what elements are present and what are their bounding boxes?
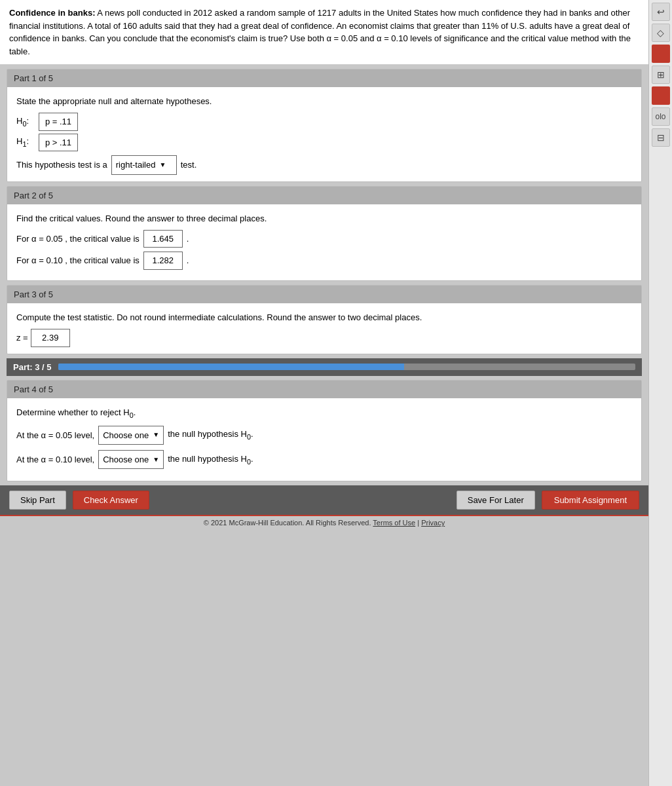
- dropdown-arrow1-icon: ▼: [153, 429, 159, 441]
- copyright-text: © 2021 McGraw-Hill Education. All Rights…: [204, 519, 371, 527]
- alpha2-suffix: .: [187, 253, 189, 268]
- part1-header: Part 1 of 5: [7, 69, 641, 87]
- save-for-later-button[interactable]: Save For Later: [457, 491, 535, 510]
- part4-alpha2-suffix: the null hypothesis H0.: [168, 451, 253, 468]
- test-type-dropdown[interactable]: right-tailed ▼: [111, 155, 177, 174]
- alpha2-value[interactable]: 1.282: [143, 252, 183, 269]
- progress-bar-fill: [58, 364, 405, 370]
- question-header: Confidence in banks: A news poll conduct…: [0, 0, 648, 65]
- alpha1-prefix: For α = 0.05 , the critical value is: [16, 231, 140, 246]
- part4-instruction-text: Determine whether to reject H: [16, 407, 130, 417]
- sidebar-red-block1: [652, 45, 670, 63]
- part2-body: Find the critical values. Round the answ…: [7, 204, 641, 280]
- sidebar-table-icon[interactable]: ⊟: [652, 128, 670, 147]
- sidebar: ↩ ◇ ⊞ olo ⊟: [648, 0, 672, 786]
- question-bold-title: Confidence in banks:: [9, 8, 95, 18]
- h0-sub: 0: [22, 120, 26, 128]
- terms-of-use-link[interactable]: Terms of Use: [373, 519, 415, 527]
- part3-instruction: Compute the test statistic. Do not round…: [16, 310, 632, 325]
- part4-alpha1-prefix: At the α = 0.05 level,: [16, 428, 94, 443]
- h1-line: H1: p > .11: [16, 134, 632, 151]
- progress-bar-container: [58, 364, 635, 370]
- h0-value[interactable]: p = .11: [39, 113, 78, 130]
- part2-header: Part 2 of 5: [7, 187, 641, 204]
- alpha1-suffix: .: [187, 231, 189, 246]
- sidebar-chart-icon[interactable]: olo: [652, 107, 670, 126]
- part1-instruction: State the appropriate null and alternate…: [16, 94, 632, 109]
- part2-instruction: Find the critical values. Round the answ…: [16, 211, 632, 226]
- sidebar-grid-icon[interactable]: ⊞: [652, 66, 670, 84]
- submit-assignment-button[interactable]: Submit Assignment: [542, 491, 639, 510]
- h0-line: H0: p = .11: [16, 113, 632, 130]
- alpha1-line: For α = 0.05 , the critical value is 1.6…: [16, 230, 632, 248]
- privacy-link[interactable]: Privacy: [421, 519, 445, 527]
- test-suffix: test.: [181, 157, 197, 172]
- copyright-bar: © 2021 McGraw-Hill Education. All Rights…: [0, 515, 648, 529]
- h1-label: H1:: [16, 134, 35, 151]
- part1-section: Part 1 of 5 State the appropriate null a…: [7, 69, 642, 182]
- part4-instruction: Determine whether to reject H0.: [16, 405, 632, 422]
- part3-body: Compute the test statistic. Do not round…: [7, 303, 641, 354]
- skip-part-button[interactable]: Skip Part: [9, 491, 66, 510]
- part3-header: Part 3 of 5: [7, 286, 641, 303]
- part4-body: Determine whether to reject H0. At the α…: [7, 398, 641, 481]
- part4-alpha2-prefix: At the α = 0.10 level,: [16, 452, 94, 467]
- question-text: A news poll conducted in 2012 asked a ra…: [9, 8, 631, 56]
- alpha2-prefix: For α = 0.10 , the critical value is: [16, 253, 140, 268]
- h1-value[interactable]: p > .11: [39, 134, 78, 151]
- alpha1-value[interactable]: 1.645: [143, 230, 183, 248]
- test-prefix: This hypothesis test is a: [16, 157, 107, 172]
- part4-alpha2-line: At the α = 0.10 level, Choose one ▼ the …: [16, 450, 632, 469]
- z-value[interactable]: 2.39: [31, 329, 70, 346]
- part4-alpha1-dropdown-value: Choose one: [103, 428, 149, 443]
- part4-header: Part 4 of 5: [7, 381, 641, 398]
- check-answer-button[interactable]: Check Answer: [73, 491, 149, 510]
- test-type-line: This hypothesis test is a right-tailed ▼…: [16, 155, 632, 174]
- h0-label: H0:: [16, 113, 35, 130]
- alpha2-line: For α = 0.10 , the critical value is 1.2…: [16, 252, 632, 269]
- part4-alpha1-dropdown[interactable]: Choose one ▼: [98, 426, 164, 445]
- sidebar-diamond-icon[interactable]: ◇: [652, 24, 670, 42]
- part4-alpha2-dropdown-value: Choose one: [103, 452, 149, 467]
- sidebar-back-icon[interactable]: ↩: [652, 3, 670, 21]
- footer-bar: Skip Part Check Answer Save For Later Su…: [0, 485, 648, 515]
- progress-section: Part: 3 / 5: [7, 358, 642, 376]
- footer-right: Save For Later Submit Assignment: [457, 491, 639, 510]
- part4-alpha1-line: At the α = 0.05 level, Choose one ▼ the …: [16, 426, 632, 445]
- sidebar-red-block2: [652, 86, 670, 105]
- dropdown-arrow-icon: ▼: [159, 159, 166, 171]
- part2-section: Part 2 of 5 Find the critical values. Ro…: [7, 186, 642, 281]
- z-line: z = 2.39: [16, 329, 632, 346]
- part4-alpha1-suffix: the null hypothesis H0.: [168, 426, 253, 443]
- part3-section: Part 3 of 5 Compute the test statistic. …: [7, 285, 642, 354]
- dropdown-arrow2-icon: ▼: [153, 454, 159, 466]
- test-type-value: right-tailed: [116, 157, 156, 172]
- part1-body: State the appropriate null and alternate…: [7, 87, 641, 181]
- parts-container: Part 1 of 5 State the appropriate null a…: [0, 65, 648, 485]
- progress-label: Part: 3 / 5: [13, 362, 52, 372]
- z-label: z =: [16, 330, 28, 345]
- part4-alpha2-dropdown[interactable]: Choose one ▼: [98, 450, 164, 469]
- h1-sub: 1: [22, 140, 26, 148]
- part4-section: Part 4 of 5 Determine whether to reject …: [7, 380, 642, 482]
